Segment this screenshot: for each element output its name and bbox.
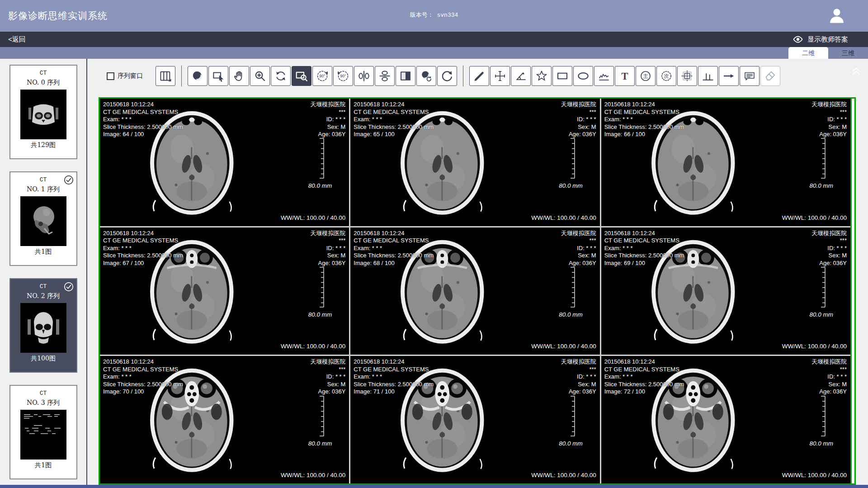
overlay-image-index: Image: 68 / 100 xyxy=(354,260,434,267)
viewer-main: 序列窗口 90°90°T主次 20150618 10:12:24 CT GE M… xyxy=(87,59,868,485)
viewport-cell-0[interactable]: 20150618 10:12:24 CT GE MEDICAL SYSTEMS … xyxy=(100,99,349,226)
scale-label: 80.0 mm xyxy=(308,440,332,447)
window-level-label: WW/WL: 100.00 / 40.00 xyxy=(782,343,847,350)
layout-tool-button[interactable] xyxy=(156,66,175,86)
overlay-hospital: 天堰模拟医院 xyxy=(811,358,847,366)
tab-2d[interactable]: 二维 xyxy=(788,47,828,59)
series-card-0[interactable]: CT NO. 0 序列 共129图 xyxy=(9,65,77,159)
arrow-tool-button[interactable] xyxy=(719,66,739,86)
back-button[interactable]: <返回 xyxy=(8,35,26,44)
select-tool-button[interactable] xyxy=(208,66,228,86)
tab-3d[interactable]: 三维 xyxy=(828,47,868,59)
rectangle-tool-button[interactable] xyxy=(552,66,572,86)
user-avatar-icon[interactable] xyxy=(827,6,846,25)
invert-tool-button[interactable] xyxy=(396,66,415,86)
toolbar-separator xyxy=(463,66,463,86)
window-level-tool-button[interactable] xyxy=(188,66,208,86)
invert-icon xyxy=(399,69,412,83)
viewport-cell-6[interactable]: 20150618 10:12:24 CT GE MEDICAL SYSTEMS … xyxy=(100,356,349,483)
overlay-image-index: Image: 71 / 100 xyxy=(354,388,434,396)
viewport-cell-4[interactable]: 20150618 10:12:24 CT GE MEDICAL SYSTEMS … xyxy=(350,227,599,355)
nav-bar: <返回 显示教师答案 xyxy=(0,32,868,47)
zoom-in-tool-button[interactable] xyxy=(250,66,270,86)
center-grid-tool-button[interactable] xyxy=(677,66,697,86)
overlay-hospital: 天堰模拟医院 xyxy=(811,101,847,109)
overlay-device: CT GE MEDICAL SYSTEMS xyxy=(354,366,434,374)
viewport-cell-5[interactable]: 20150618 10:12:24 CT GE MEDICAL SYSTEMS … xyxy=(601,227,850,355)
window-reset-tool-button[interactable] xyxy=(416,66,436,86)
overlay-age: Age: 036Y xyxy=(561,131,596,138)
series-window-checkbox[interactable]: 序列窗口 xyxy=(107,72,143,80)
star-polygon-tool-button[interactable] xyxy=(532,66,552,86)
series-card-3[interactable]: CT NO. 3 序列 共1图 xyxy=(9,385,77,479)
overlay-sex: Sex: M xyxy=(561,123,596,131)
angle-tool-button[interactable] xyxy=(511,66,531,86)
checkbox-box[interactable] xyxy=(107,72,114,80)
series-count: 共129图 xyxy=(10,141,76,149)
overlay-id: ID: * * * xyxy=(310,116,345,123)
overlay-top-right: 天堰模拟医院 *** ID: * * * Sex: M Age: 036Y xyxy=(310,230,345,267)
layout-grid-icon xyxy=(159,69,172,83)
scale-ruler-icon xyxy=(318,396,325,436)
overlay-exam: Exam: * * * xyxy=(103,245,183,252)
overlay-id: ID: * * * xyxy=(310,373,345,381)
overlay-datetime: 20150618 10:12:24 xyxy=(604,358,684,366)
svg-text:主: 主 xyxy=(643,73,648,79)
overlay-hospital: 天堰模拟医院 xyxy=(310,358,345,366)
viewport-cell-2[interactable]: 20150618 10:12:24 CT GE MEDICAL SYSTEMS … xyxy=(601,99,850,226)
flip-horizontal-icon xyxy=(357,69,371,83)
overlay-id: ID: * * * xyxy=(811,245,847,252)
overlay-age: Age: 036Y xyxy=(811,388,847,396)
svg-text:次: 次 xyxy=(664,73,669,79)
select-icon xyxy=(212,69,225,83)
scale-ruler-icon xyxy=(819,267,826,308)
ellipse-icon xyxy=(576,69,590,83)
overlay-sex: Sex: M xyxy=(811,123,847,131)
overlay-datetime: 20150618 10:12:24 xyxy=(103,101,183,109)
svg-text:90°: 90° xyxy=(319,74,325,78)
overlay-age: Age: 036Y xyxy=(561,260,596,267)
flip-horizontal-tool-button[interactable] xyxy=(354,66,374,86)
overlay-thickness: Slice Thickness: 2.500000 mm xyxy=(604,252,684,260)
window-level-label: WW/WL: 100.00 / 40.00 xyxy=(531,214,596,221)
comment-tool-button[interactable] xyxy=(740,66,760,86)
viewport-cell-7[interactable]: 20150618 10:12:24 CT GE MEDICAL SYSTEMS … xyxy=(350,356,599,483)
overlay-id: ID: * * * xyxy=(310,245,345,252)
grid-scrollbar[interactable] xyxy=(850,99,854,483)
rotate-right-90-tool-button[interactable]: 90° xyxy=(333,66,353,86)
overlay-device: CT GE MEDICAL SYSTEMS xyxy=(103,237,183,245)
eraser-icon xyxy=(764,69,777,83)
overlay-id: ID: * * * xyxy=(561,373,596,381)
overlay-datetime: 20150618 10:12:24 xyxy=(354,101,434,109)
flip-vertical-tool-button[interactable] xyxy=(375,66,395,86)
overlay-thickness: Slice Thickness: 2.500000 mm xyxy=(354,381,434,389)
rotate-tool-button[interactable] xyxy=(271,66,291,86)
series-card-1[interactable]: CT NO. 1 序列 共1图 xyxy=(9,171,77,266)
overlay-sex: Sex: M xyxy=(811,252,847,260)
text-annotation-tool-button[interactable]: T xyxy=(615,66,635,86)
crosshair-tool-button[interactable] xyxy=(490,66,510,86)
line-tool-button[interactable] xyxy=(469,66,489,86)
overlay-image-index: Image: 72 / 100 xyxy=(604,388,684,396)
region-zoom-tool-button[interactable] xyxy=(292,66,311,86)
scale-ruler-icon xyxy=(318,138,325,179)
ellipse-tool-button[interactable] xyxy=(573,66,593,86)
show-teacher-answer-button[interactable]: 显示教师答案 xyxy=(793,34,848,45)
rotate-left-90-tool-button[interactable]: 90° xyxy=(312,66,332,86)
series-card-2[interactable]: CT NO. 2 序列 共100图 xyxy=(9,278,77,373)
viewport-cell-1[interactable]: 20150618 10:12:24 CT GE MEDICAL SYSTEMS … xyxy=(350,99,599,226)
overlay-id: ID: * * * xyxy=(561,245,596,252)
viewport-cell-3[interactable]: 20150618 10:12:24 CT GE MEDICAL SYSTEMS … xyxy=(100,227,349,355)
main-mark-tool-button[interactable]: 主 xyxy=(636,66,656,86)
secondary-mark-tool-button[interactable]: 次 xyxy=(656,66,676,86)
reset-tool-button[interactable] xyxy=(437,66,457,86)
overlay-hospital: 天堰模拟医院 xyxy=(561,358,596,366)
pan-tool-button[interactable] xyxy=(229,66,249,86)
curve-tool-button[interactable] xyxy=(594,66,614,86)
collapse-toolbar-icon[interactable] xyxy=(850,64,863,77)
overlay-age: Age: 036Y xyxy=(310,388,345,396)
profile-tool-button[interactable] xyxy=(698,66,718,86)
overlay-thickness: Slice Thickness: 2.500000 mm xyxy=(103,381,183,389)
viewport-cell-8[interactable]: 20150618 10:12:24 CT GE MEDICAL SYSTEMS … xyxy=(601,356,850,483)
overlay-datetime: 20150618 10:12:24 xyxy=(604,101,684,109)
